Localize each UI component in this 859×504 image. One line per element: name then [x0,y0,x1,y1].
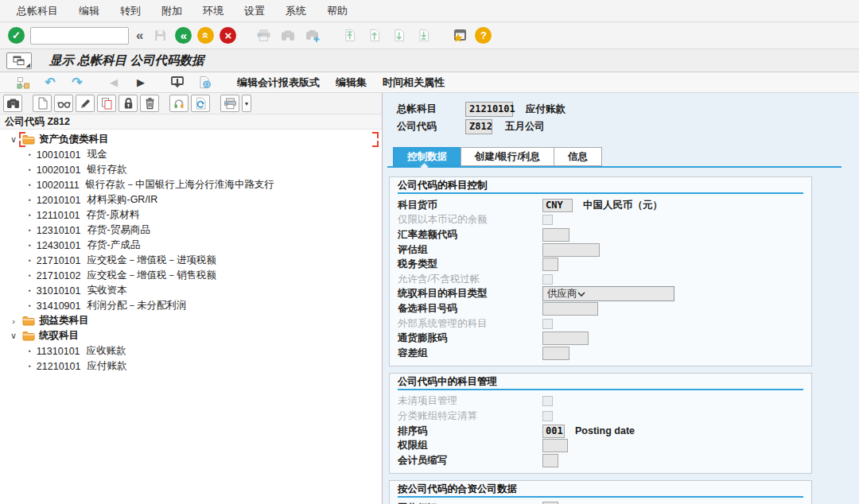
exit-button[interactable]: « [197,27,214,44]
page-down-icon [392,29,406,42]
tree-copy-button[interactable] [97,95,116,112]
menu-item-4[interactable]: 环境 [192,0,234,21]
field-checkbox[interactable] [542,396,553,406]
hierarchy-button[interactable] [11,74,35,91]
tab-2[interactable]: 信息 [554,147,602,166]
field-label: 税务类型 [398,258,542,271]
gui-layout-menu-button[interactable]: ◢ [6,52,32,69]
tree-delete-button[interactable] [140,95,159,112]
page-down-button[interactable] [389,26,408,45]
last-page-button[interactable] [414,26,433,45]
field-input[interactable] [542,228,569,242]
menu-item-0[interactable]: 总帐科目 [6,0,68,21]
tree-folder[interactable]: ∨资产负债类科目 [0,132,382,147]
tree-item[interactable]: ▪12010101材料采购-GR/IR [0,192,382,207]
tree-item[interactable]: ▪10020101银行存款 [0,162,382,177]
field-checkbox[interactable] [542,319,553,329]
selection-corner [372,141,379,147]
field-input[interactable]: 001 [542,425,565,438]
tree-item[interactable]: ▪11310101应收账款 [0,343,382,359]
menu-item-1[interactable]: 编辑 [68,0,110,21]
tree-item[interactable]: ▪21710101应交税金－增值税－进项税额 [0,253,382,268]
transfer-button[interactable] [165,74,189,91]
field-input[interactable] [542,243,600,257]
field-input[interactable] [542,331,589,345]
field-input[interactable] [542,302,598,316]
tree-folder[interactable]: ›损益类科目 [0,313,382,328]
tree-unlock-button[interactable] [169,95,189,112]
tree-item[interactable]: ▪31010101实收资本 [0,283,382,298]
field-checkbox[interactable] [542,274,553,285]
field-input[interactable] [542,258,558,271]
menu-item-3[interactable]: 附加 [151,0,192,21]
redo-button[interactable]: ↷ [65,74,89,91]
tree-item-code: 12310101 [37,225,81,236]
tree-item[interactable]: ▪10010101现金 [0,147,382,162]
tree-item[interactable]: ▪12310101存货-贸易商品 [0,223,382,238]
find-button[interactable] [278,26,297,45]
field-input[interactable] [542,439,568,452]
tree-print-options-button[interactable]: ▾ [242,95,251,112]
app-text-button-0[interactable]: 编辑会计报表版式 [229,74,328,91]
tree-print-button[interactable] [220,95,239,112]
print-button[interactable] [254,26,273,45]
trash-icon [144,97,156,110]
tree-item-code: 12430101 [37,240,81,251]
tree-folder[interactable]: ∨统驭科目 [0,328,382,343]
field-checkbox[interactable] [542,215,553,225]
page-up-button[interactable] [364,26,383,45]
menu-item-2[interactable]: 转到 [110,0,151,21]
tree-display-button[interactable] [54,95,73,112]
tree-find-button[interactable] [3,95,22,112]
undo-button[interactable]: ↶ [38,74,62,91]
command-field[interactable] [30,27,129,45]
previous-item-button[interactable]: ◀ [102,74,126,91]
help-button[interactable]: ? [475,27,492,44]
document-overview-button[interactable] [192,74,216,91]
chevron-right-icon[interactable]: › [8,316,19,326]
tree-change-button[interactable] [76,95,95,112]
field-row: 仅限以本币记的余额 [398,213,803,228]
tree-item[interactable]: ▪31410901利润分配－未分配利润 [0,298,382,313]
tree-item[interactable]: ▪10020111银行存款－中国银行上海分行淮海中路支行 [0,177,382,192]
collapse-icon[interactable]: « [134,28,145,44]
bullet-icon: ▪ [29,151,31,158]
tree-item[interactable]: ▪21210101应付账款 [0,359,382,374]
new-session-button[interactable] [450,26,469,45]
field-checkbox[interactable] [542,411,553,421]
field-select[interactable]: 供应商 [542,286,674,301]
field-input[interactable]: CNY [542,199,573,212]
tree-item-name: 银行存款 [87,163,126,176]
gl-account-value[interactable]: 21210101 [465,102,513,117]
app-text-button-1[interactable]: 编辑集 [328,74,375,91]
bullet-icon: ▪ [29,287,31,294]
tree-create-button[interactable] [33,95,52,112]
find-next-button[interactable] [303,26,322,45]
app-text-button-2[interactable]: 时间相关属性 [375,74,453,91]
transfer-icon [170,76,185,89]
chevron-down-icon[interactable]: ∨ [8,134,19,145]
menu-item-6[interactable]: 系统 [275,0,317,21]
field-input[interactable] [542,347,569,360]
enter-button[interactable]: ✓ [8,27,25,44]
next-item-button[interactable]: ▶ [129,74,153,91]
tree-item[interactable]: ▪12430101存货-产成品 [0,238,382,253]
tree-item[interactable]: ▪21710102应交税金－增值税－销售税额 [0,268,382,283]
company-code-row: 公司代码 Z812 五月公司 [397,118,859,135]
first-page-button[interactable] [340,26,359,45]
menu-item-7[interactable]: 帮助 [317,0,358,21]
field-input[interactable] [542,454,558,467]
menu-item-5[interactable]: 设置 [234,0,275,21]
chevron-down-icon[interactable]: ∨ [8,331,19,341]
company-code-value[interactable]: Z812 [465,119,492,134]
cancel-button[interactable]: × [220,27,236,44]
tree-lock-button[interactable] [119,95,138,112]
field-row: 外部系统管理的科目 [398,316,803,331]
field-label: 科目货币 [398,199,542,212]
bullet-icon: ▪ [29,166,31,173]
tab-1[interactable]: 创建/银行/利息 [461,147,554,166]
tree-refresh-button[interactable] [191,95,210,112]
save-button[interactable] [150,26,169,45]
tree-item[interactable]: ▪12110101存货-原材料 [0,207,382,223]
back-button[interactable]: « [175,27,192,44]
